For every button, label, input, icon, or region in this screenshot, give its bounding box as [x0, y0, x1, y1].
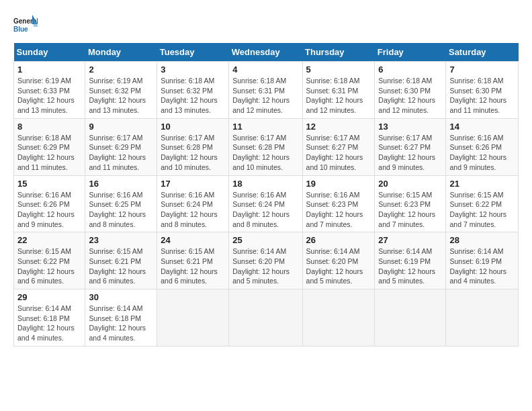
- day-cell-8: 8Sunrise: 6:18 AM Sunset: 6:29 PM Daylig…: [14, 118, 85, 175]
- day-cell-28: 28Sunrise: 6:14 AM Sunset: 6:19 PM Dayli…: [446, 232, 519, 289]
- day-info: Sunrise: 6:14 AM Sunset: 6:20 PM Dayligh…: [306, 246, 371, 286]
- empty-cell: [446, 289, 519, 347]
- day-cell-18: 18Sunrise: 6:16 AM Sunset: 6:24 PM Dayli…: [229, 175, 302, 232]
- day-info: Sunrise: 6:16 AM Sunset: 6:24 PM Dayligh…: [161, 190, 225, 230]
- day-number: 14: [449, 122, 515, 132]
- day-cell-1: 1Sunrise: 6:19 AM Sunset: 6:33 PM Daylig…: [14, 62, 85, 119]
- logo-svg: General Blue: [13, 13, 38, 38]
- day-info: Sunrise: 6:14 AM Sunset: 6:18 PM Dayligh…: [17, 304, 81, 343]
- day-number: 6: [378, 64, 442, 75]
- empty-cell: [229, 289, 302, 347]
- day-number: 25: [232, 235, 298, 245]
- day-cell-5: 5Sunrise: 6:18 AM Sunset: 6:31 PM Daylig…: [302, 62, 375, 119]
- day-info: Sunrise: 6:16 AM Sunset: 6:25 PM Dayligh…: [89, 190, 153, 230]
- day-cell-17: 17Sunrise: 6:16 AM Sunset: 6:24 PM Dayli…: [157, 175, 229, 232]
- day-info: Sunrise: 6:17 AM Sunset: 6:27 PM Dayligh…: [378, 133, 442, 173]
- day-cell-16: 16Sunrise: 6:16 AM Sunset: 6:25 PM Dayli…: [85, 175, 157, 232]
- day-number: 13: [378, 122, 442, 132]
- day-cell-3: 3Sunrise: 6:18 AM Sunset: 6:32 PM Daylig…: [157, 62, 229, 119]
- day-number: 9: [89, 122, 153, 132]
- day-cell-9: 9Sunrise: 6:17 AM Sunset: 6:29 PM Daylig…: [85, 118, 157, 175]
- day-info: Sunrise: 6:17 AM Sunset: 6:29 PM Dayligh…: [89, 133, 153, 173]
- day-number: 11: [232, 122, 298, 132]
- day-info: Sunrise: 6:18 AM Sunset: 6:30 PM Dayligh…: [449, 76, 515, 116]
- logo-graphic: General Blue: [13, 13, 38, 38]
- day-cell-4: 4Sunrise: 6:18 AM Sunset: 6:31 PM Daylig…: [229, 62, 302, 119]
- day-cell-25: 25Sunrise: 6:14 AM Sunset: 6:20 PM Dayli…: [229, 232, 302, 289]
- day-info: Sunrise: 6:15 AM Sunset: 6:21 PM Dayligh…: [89, 246, 153, 286]
- day-cell-19: 19Sunrise: 6:16 AM Sunset: 6:23 PM Dayli…: [302, 175, 375, 232]
- day-cell-21: 21Sunrise: 6:15 AM Sunset: 6:22 PM Dayli…: [446, 175, 519, 232]
- logo: General Blue: [13, 13, 38, 38]
- day-info: Sunrise: 6:14 AM Sunset: 6:19 PM Dayligh…: [449, 246, 515, 286]
- day-info: Sunrise: 6:18 AM Sunset: 6:31 PM Dayligh…: [306, 76, 371, 116]
- day-number: 21: [449, 179, 515, 189]
- day-info: Sunrise: 6:18 AM Sunset: 6:30 PM Dayligh…: [378, 76, 442, 116]
- day-cell-26: 26Sunrise: 6:14 AM Sunset: 6:20 PM Dayli…: [302, 232, 375, 289]
- day-number: 3: [161, 64, 225, 75]
- day-info: Sunrise: 6:17 AM Sunset: 6:28 PM Dayligh…: [232, 133, 298, 173]
- day-header-wednesday: Wednesday: [229, 43, 302, 62]
- day-number: 30: [89, 292, 153, 302]
- day-cell-23: 23Sunrise: 6:15 AM Sunset: 6:21 PM Dayli…: [85, 232, 157, 289]
- day-number: 26: [306, 235, 371, 245]
- calendar-header-row: SundayMondayTuesdayWednesdayThursdayFrid…: [14, 43, 519, 62]
- day-number: 10: [161, 122, 225, 132]
- day-cell-11: 11Sunrise: 6:17 AM Sunset: 6:28 PM Dayli…: [229, 118, 302, 175]
- day-number: 8: [17, 122, 81, 132]
- day-cell-29: 29Sunrise: 6:14 AM Sunset: 6:18 PM Dayli…: [14, 289, 85, 347]
- day-info: Sunrise: 6:17 AM Sunset: 6:28 PM Dayligh…: [161, 133, 225, 173]
- day-number: 20: [378, 179, 442, 189]
- day-info: Sunrise: 6:19 AM Sunset: 6:32 PM Dayligh…: [89, 76, 153, 116]
- day-cell-27: 27Sunrise: 6:14 AM Sunset: 6:19 PM Dayli…: [375, 232, 446, 289]
- day-header-sunday: Sunday: [14, 43, 85, 62]
- day-info: Sunrise: 6:19 AM Sunset: 6:33 PM Dayligh…: [17, 76, 81, 116]
- day-number: 28: [449, 235, 515, 245]
- empty-cell: [375, 289, 446, 347]
- day-info: Sunrise: 6:15 AM Sunset: 6:21 PM Dayligh…: [161, 246, 225, 286]
- day-number: 24: [161, 235, 225, 245]
- day-info: Sunrise: 6:15 AM Sunset: 6:23 PM Dayligh…: [378, 190, 442, 230]
- day-number: 16: [89, 179, 153, 189]
- day-cell-15: 15Sunrise: 6:16 AM Sunset: 6:26 PM Dayli…: [14, 175, 85, 232]
- day-info: Sunrise: 6:14 AM Sunset: 6:18 PM Dayligh…: [89, 304, 153, 343]
- day-info: Sunrise: 6:18 AM Sunset: 6:32 PM Dayligh…: [161, 76, 225, 116]
- week-row-4: 22Sunrise: 6:15 AM Sunset: 6:22 PM Dayli…: [14, 232, 519, 289]
- day-info: Sunrise: 6:16 AM Sunset: 6:26 PM Dayligh…: [17, 190, 81, 230]
- day-cell-14: 14Sunrise: 6:16 AM Sunset: 6:26 PM Dayli…: [446, 118, 519, 175]
- day-number: 4: [232, 64, 298, 75]
- day-number: 12: [306, 122, 371, 132]
- calendar-table: SundayMondayTuesdayWednesdayThursdayFrid…: [13, 43, 519, 347]
- week-row-1: 1Sunrise: 6:19 AM Sunset: 6:33 PM Daylig…: [14, 62, 519, 119]
- day-number: 23: [89, 235, 153, 245]
- week-row-2: 8Sunrise: 6:18 AM Sunset: 6:29 PM Daylig…: [14, 118, 519, 175]
- day-number: 1: [17, 64, 81, 75]
- day-number: 2: [89, 64, 153, 75]
- day-number: 5: [306, 64, 371, 75]
- day-number: 19: [306, 179, 371, 189]
- day-info: Sunrise: 6:18 AM Sunset: 6:31 PM Dayligh…: [232, 76, 298, 116]
- page-header: General Blue: [13, 13, 519, 38]
- day-info: Sunrise: 6:16 AM Sunset: 6:26 PM Dayligh…: [449, 133, 515, 173]
- day-cell-24: 24Sunrise: 6:15 AM Sunset: 6:21 PM Dayli…: [157, 232, 229, 289]
- day-cell-22: 22Sunrise: 6:15 AM Sunset: 6:22 PM Dayli…: [14, 232, 85, 289]
- day-number: 29: [17, 292, 81, 302]
- day-number: 18: [232, 179, 298, 189]
- empty-cell: [157, 289, 229, 347]
- week-row-3: 15Sunrise: 6:16 AM Sunset: 6:26 PM Dayli…: [14, 175, 519, 232]
- day-cell-7: 7Sunrise: 6:18 AM Sunset: 6:30 PM Daylig…: [446, 62, 519, 119]
- svg-text:Blue: Blue: [13, 26, 28, 33]
- day-cell-30: 30Sunrise: 6:14 AM Sunset: 6:18 PM Dayli…: [85, 289, 157, 347]
- day-info: Sunrise: 6:14 AM Sunset: 6:19 PM Dayligh…: [378, 246, 442, 286]
- day-info: Sunrise: 6:17 AM Sunset: 6:27 PM Dayligh…: [306, 133, 371, 173]
- empty-cell: [302, 289, 375, 347]
- day-cell-6: 6Sunrise: 6:18 AM Sunset: 6:30 PM Daylig…: [375, 62, 446, 119]
- week-row-5: 29Sunrise: 6:14 AM Sunset: 6:18 PM Dayli…: [14, 289, 519, 347]
- day-header-thursday: Thursday: [302, 43, 375, 62]
- day-info: Sunrise: 6:15 AM Sunset: 6:22 PM Dayligh…: [17, 246, 81, 286]
- day-info: Sunrise: 6:16 AM Sunset: 6:24 PM Dayligh…: [232, 190, 298, 230]
- day-number: 22: [17, 235, 81, 245]
- day-cell-12: 12Sunrise: 6:17 AM Sunset: 6:27 PM Dayli…: [302, 118, 375, 175]
- day-number: 17: [161, 179, 225, 189]
- day-number: 7: [449, 64, 515, 75]
